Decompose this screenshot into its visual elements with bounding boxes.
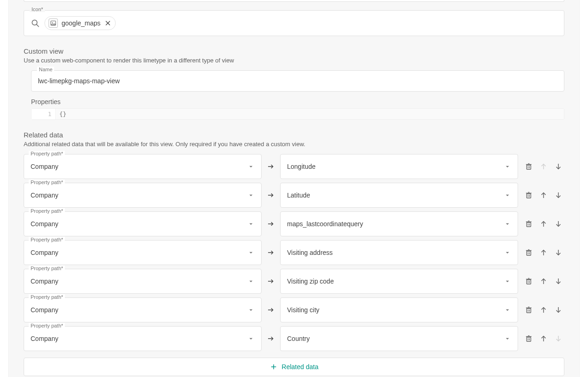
row-actions <box>523 277 564 285</box>
property-path-value: Company <box>31 278 247 285</box>
property-path-value: Company <box>31 306 247 314</box>
chevron-down-icon <box>504 306 511 314</box>
related-data-subtitle: Additional related data that will be ava… <box>24 141 564 148</box>
move-down-button[interactable] <box>554 162 563 171</box>
property-target-select[interactable]: Latitude <box>280 183 518 208</box>
chevron-down-icon <box>504 220 511 228</box>
delete-button[interactable] <box>525 220 533 228</box>
search-icon <box>31 19 40 28</box>
related-data-row: Property path*Companymaps_lastcoordinate… <box>24 211 564 236</box>
custom-view-title: Custom view <box>24 47 564 55</box>
chevron-down-icon <box>247 278 255 285</box>
move-up-button[interactable] <box>539 277 548 285</box>
chevron-down-icon <box>504 163 511 170</box>
property-path-label: Property path* <box>29 237 65 242</box>
move-down-button <box>554 334 563 343</box>
row-actions <box>523 248 564 257</box>
move-down-button[interactable] <box>554 248 563 257</box>
property-path-select[interactable]: Property path*Company <box>24 211 262 236</box>
move-up-button[interactable] <box>539 334 548 343</box>
code-content[interactable]: {} <box>56 109 564 119</box>
property-target-value: Visiting zip code <box>287 278 504 285</box>
move-up-button[interactable] <box>539 191 548 199</box>
property-target-select[interactable]: maps_lastcoordinatequery <box>280 211 518 236</box>
chevron-down-icon <box>247 249 255 256</box>
custom-view-name-label: Name <box>37 67 54 72</box>
property-path-label: Property path* <box>29 323 65 328</box>
chevron-down-icon <box>247 163 255 170</box>
add-related-data-button[interactable]: Related data <box>24 358 564 376</box>
delete-button[interactable] <box>525 277 533 285</box>
property-path-select[interactable]: Property path*Company <box>24 183 262 208</box>
related-data-row: Property path*CompanyVisiting address <box>24 240 564 265</box>
move-down-button[interactable] <box>554 277 563 285</box>
arrow-right-icon <box>266 162 275 171</box>
arrow-right-icon <box>266 277 275 285</box>
chevron-down-icon <box>247 306 255 314</box>
property-target-select[interactable]: Visiting city <box>280 297 518 322</box>
property-target-value: Visiting city <box>287 306 504 314</box>
plus-icon <box>269 363 278 371</box>
property-path-label: Property path* <box>29 179 65 185</box>
row-actions <box>523 334 564 343</box>
chevron-down-icon <box>504 278 511 285</box>
property-path-value: Company <box>31 192 247 199</box>
property-target-value: Longitude <box>287 163 504 170</box>
arrow-right-icon <box>266 248 275 257</box>
property-target-value: Country <box>287 335 504 342</box>
row-actions <box>523 191 564 199</box>
property-target-value: maps_lastcoordinatequery <box>287 220 504 228</box>
move-up-button[interactable] <box>539 220 548 228</box>
arrow-right-icon <box>266 191 275 199</box>
icon-chip[interactable]: google_maps <box>44 16 116 30</box>
property-path-select[interactable]: Property path*Company <box>24 240 262 265</box>
delete-button[interactable] <box>525 334 533 343</box>
delete-button[interactable] <box>525 191 533 199</box>
previous-field-bottom <box>24 0 564 2</box>
arrow-right-icon <box>266 220 275 228</box>
move-up-button[interactable] <box>539 248 548 257</box>
property-path-select[interactable]: Property path*Company <box>24 297 262 322</box>
property-path-select[interactable]: Property path*Company <box>24 154 262 179</box>
move-down-button[interactable] <box>554 306 563 314</box>
related-data-rows: Property path*CompanyLongitudeProperty p… <box>24 154 564 351</box>
icon-field[interactable]: Icon* google_maps <box>24 10 564 36</box>
delete-button[interactable] <box>525 306 533 314</box>
property-path-select[interactable]: Property path*Company <box>24 269 262 294</box>
custom-view-name-input[interactable] <box>38 76 557 86</box>
row-actions <box>523 220 564 228</box>
arrow-right-icon <box>266 334 275 343</box>
property-path-select[interactable]: Property path*Company <box>24 326 262 351</box>
properties-editor[interactable]: 1 {} <box>31 108 564 120</box>
delete-button[interactable] <box>525 162 533 171</box>
move-up-button[interactable] <box>539 306 548 314</box>
custom-view-name-field[interactable]: Name <box>31 70 564 92</box>
chevron-down-icon <box>504 335 511 342</box>
icon-chip-label: google_maps <box>62 19 100 27</box>
properties-label: Properties <box>31 98 564 105</box>
move-up-button <box>539 162 548 171</box>
image-icon <box>49 19 58 28</box>
property-path-label: Property path* <box>29 151 65 156</box>
close-icon[interactable] <box>104 19 112 27</box>
config-panel: Icon* google_maps Custom view Use a cust… <box>8 0 580 377</box>
property-target-select[interactable]: Longitude <box>280 154 518 179</box>
chevron-down-icon <box>504 249 511 256</box>
arrow-right-icon <box>266 306 275 314</box>
chevron-down-icon <box>247 220 255 228</box>
property-target-select[interactable]: Visiting address <box>280 240 518 265</box>
move-down-button[interactable] <box>554 191 563 199</box>
property-path-value: Company <box>31 220 247 228</box>
property-path-value: Company <box>31 249 247 256</box>
property-target-select[interactable]: Visiting zip code <box>280 269 518 294</box>
property-path-label: Property path* <box>29 208 65 214</box>
property-target-value: Latitude <box>287 192 504 199</box>
move-down-button[interactable] <box>554 220 563 228</box>
property-path-value: Company <box>31 163 247 170</box>
row-actions <box>523 306 564 314</box>
property-target-select[interactable]: Country <box>280 326 518 351</box>
property-path-label: Property path* <box>29 266 65 271</box>
related-data-row: Property path*CompanyLatitude <box>24 183 564 208</box>
delete-button[interactable] <box>525 248 533 257</box>
related-data-row: Property path*CompanyVisiting city <box>24 297 564 322</box>
